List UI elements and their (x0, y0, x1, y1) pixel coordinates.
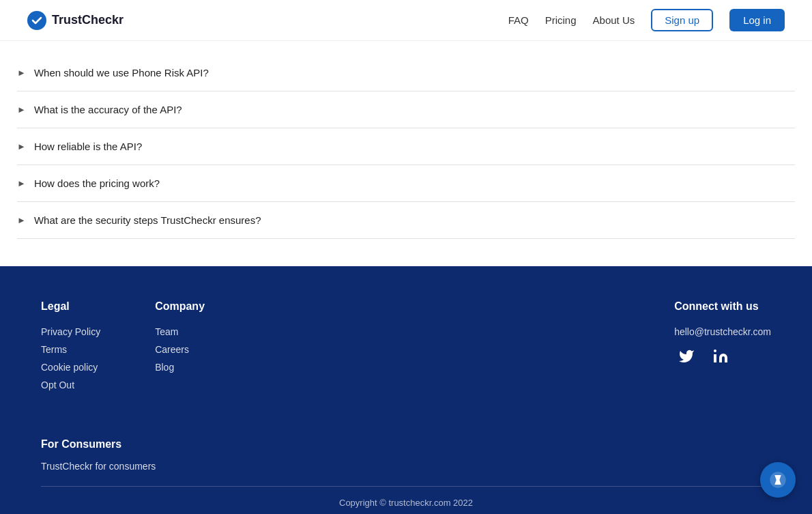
footer-legal-heading: Legal (41, 300, 100, 313)
linkedin-icon[interactable] (708, 344, 733, 369)
footer-connect-col: Connect with us hello@trustcheckr.com (674, 300, 771, 397)
logo[interactable]: TrustCheckr (27, 11, 124, 30)
footer-copyright: Copyright © trustcheckr.com 2022 (41, 486, 771, 514)
signup-button[interactable]: Sign up (651, 9, 713, 31)
faq-question: How reliable is the API? (34, 141, 142, 152)
footer-team-link[interactable]: Team (155, 326, 205, 337)
copyright-text: Copyright © trustcheckr.com 2022 (339, 498, 473, 508)
svg-point-1 (714, 349, 716, 352)
faq-question: When should we use Phone Risk API? (34, 67, 209, 78)
social-icons (674, 344, 771, 369)
login-button[interactable]: Log in (729, 9, 785, 31)
chevron-right-icon: ► (17, 178, 26, 188)
faq-question: How does the pricing work? (34, 177, 160, 189)
footer-cookie-link[interactable]: Cookie policy (41, 362, 100, 373)
faq-question: What are the security steps TrustCheckr … (34, 214, 261, 226)
svg-point-0 (27, 11, 46, 30)
footer-optout-link[interactable]: Opt Out (41, 380, 100, 390)
faq-item[interactable]: ► When should we use Phone Risk API? (17, 55, 795, 91)
footer-legal-col: Legal Privacy Policy Terms Cookie policy… (41, 300, 100, 397)
faq-item[interactable]: ► What are the security steps TrustCheck… (17, 202, 795, 239)
chevron-right-icon: ► (17, 141, 26, 152)
footer-connect-heading: Connect with us (674, 300, 771, 313)
footer-careers-link[interactable]: Careers (155, 344, 205, 355)
logo-icon (27, 11, 46, 30)
logo-text: TrustCheckr (52, 13, 124, 27)
nav-pricing[interactable]: Pricing (545, 14, 577, 26)
footer-company-col: Company Team Careers Blog (155, 300, 205, 397)
nav-faq[interactable]: FAQ (508, 14, 529, 26)
chevron-right-icon: ► (17, 104, 26, 115)
footer-top: Legal Privacy Policy Terms Cookie policy… (41, 300, 771, 425)
twitter-icon[interactable] (674, 344, 699, 369)
revain-icon (768, 470, 787, 489)
nav-about[interactable]: About Us (593, 14, 635, 26)
footer-terms-link[interactable]: Terms (41, 344, 100, 355)
nav-links: FAQ Pricing About Us Sign up Log in (508, 9, 785, 31)
chevron-right-icon: ► (17, 215, 26, 225)
footer-consumers-link[interactable]: TrustCheckr for consumers (41, 461, 156, 472)
navbar: TrustCheckr FAQ Pricing About Us Sign up… (0, 0, 812, 41)
faq-item[interactable]: ► How does the pricing work? (17, 165, 795, 202)
footer-email: hello@trustcheckr.com (674, 326, 771, 337)
faq-item[interactable]: ► How reliable is the API? (17, 128, 795, 165)
faq-item[interactable]: ► What is the accuracy of the API? (17, 91, 795, 128)
footer-blog-link[interactable]: Blog (155, 362, 205, 373)
faq-section: ► When should we use Phone Risk API? ► W… (17, 41, 795, 266)
footer-consumers-heading: For Consumers (41, 438, 771, 451)
revain-badge[interactable] (760, 462, 796, 498)
footer: Legal Privacy Policy Terms Cookie policy… (0, 266, 812, 514)
footer-company-heading: Company (155, 300, 205, 313)
faq-question: What is the accuracy of the API? (34, 104, 182, 115)
footer-consumers: For Consumers TrustCheckr for consumers (41, 425, 771, 472)
chevron-right-icon: ► (17, 68, 26, 78)
footer-privacy-link[interactable]: Privacy Policy (41, 326, 100, 337)
